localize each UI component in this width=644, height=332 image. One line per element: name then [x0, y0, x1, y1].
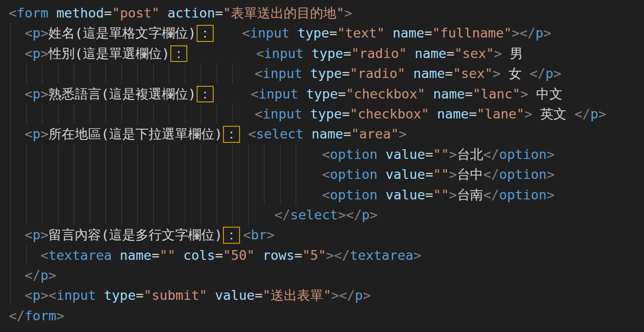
punctuation-token: > [543, 25, 551, 40]
code-line[interactable]: <p>性別(這是單選欄位)：<input type="radio" name="… [9, 43, 644, 63]
code-area[interactable]: <form method="post" action="表單送出的目的地"><p… [0, 3, 644, 326]
code-line[interactable]: <option value="">台中</option> [9, 164, 644, 184]
punctuation-token: < [322, 147, 330, 162]
attribute-name-token: name [312, 126, 343, 141]
tag-name-token: p [33, 25, 40, 40]
equals-token: = [445, 66, 453, 81]
code-line[interactable]: <input type="checkbox" name="lane"> 英文 <… [9, 104, 644, 124]
unicode-highlight-box: ： [197, 25, 214, 41]
attribute-name-token: name [415, 46, 446, 61]
punctuation-token: < [25, 25, 33, 40]
punctuation-token: > [598, 106, 606, 121]
punctuation-token: </ [483, 187, 499, 202]
tag-name-token: p [33, 46, 40, 61]
punctuation-token: > [547, 147, 555, 162]
punctuation-token: > [399, 126, 406, 141]
punctuation-token: < [251, 86, 259, 101]
equals-token: = [338, 86, 346, 101]
text-token: 熟悉語言(這是複選欄位) [48, 86, 196, 101]
equals-token: = [469, 106, 477, 121]
code-line-content: <textarea name="" cols="50" rows="5"></t… [9, 245, 644, 265]
text-token [207, 288, 215, 303]
string-token: "" [433, 147, 449, 162]
punctuation-token: </ [25, 268, 41, 283]
text-token: 留言內容(這是多行文字欄位) [48, 227, 222, 242]
attribute-name-token: rows [262, 248, 294, 263]
tag-name-token: input [57, 288, 96, 303]
code-line-content: <option value="">台南</option> [9, 185, 644, 205]
punctuation-token: < [25, 227, 33, 242]
attribute-name-token: name [413, 66, 445, 81]
tag-name-token: p [33, 288, 40, 303]
tag-name-token: option [330, 147, 378, 162]
punctuation-token: < [322, 167, 330, 182]
string-token: "checkbox" [350, 106, 429, 121]
punctuation-token: > [363, 288, 371, 303]
equals-token: = [425, 167, 433, 182]
equals-token: = [294, 248, 302, 263]
text-token [160, 5, 167, 20]
equals-token: = [215, 5, 223, 20]
string-token: "fullname" [432, 25, 512, 40]
attribute-name-token: name [120, 248, 152, 263]
text-token: 中文 [528, 86, 563, 101]
equals-token: = [342, 66, 350, 81]
tag-name-token: select [290, 207, 338, 222]
unicode-highlight-box: ： [197, 86, 214, 102]
text-token [175, 248, 183, 263]
code-line[interactable]: <option value="">台南</option> [9, 185, 644, 205]
punctuation-token: > [553, 66, 561, 81]
code-line[interactable]: <form method="post" action="表單送出的目的地"> [9, 3, 644, 23]
code-line[interactable]: <p>姓名(這是單格文字欄位)：<input type="text" name=… [9, 23, 644, 43]
punctuation-token: > [524, 106, 532, 121]
tag-name-token: form [17, 5, 48, 20]
attribute-name-token: type [104, 288, 136, 303]
text-token [385, 25, 393, 40]
string-token: "submit" [143, 288, 207, 303]
string-token: "area" [351, 126, 399, 141]
code-line[interactable]: <p><input type="submit" value="送出表單"></p… [9, 285, 644, 305]
punctuation-token: > [512, 25, 520, 40]
equals-token: = [425, 187, 433, 202]
equals-token: = [424, 25, 432, 40]
string-token: "post" [112, 5, 160, 20]
code-line[interactable]: </p> [9, 265, 644, 285]
code-line[interactable]: <textarea name="" cols="50" rows="5"></t… [9, 245, 644, 265]
punctuation-token: > [344, 5, 352, 20]
text-token [378, 147, 385, 162]
string-token: "" [160, 248, 176, 263]
punctuation-token: > [326, 248, 334, 263]
punctuation-token: </ [483, 167, 499, 182]
punctuation-token: < [256, 46, 264, 61]
code-line-content: <p>熟悉語言(這是複選欄位)：<input type="checkbox" n… [9, 84, 644, 104]
unicode-highlight-box: ： [170, 45, 187, 62]
punctuation-token: < [255, 66, 262, 81]
tag-name-token: textarea [350, 248, 413, 263]
code-line-content: </form> [9, 306, 644, 326]
code-line[interactable]: <option value="">台北</option> [9, 144, 644, 164]
tag-name-token: p [33, 227, 40, 242]
code-line[interactable]: <input type="radio" name="sex"> 女 </p> [9, 63, 644, 83]
attribute-name-token: action [167, 5, 215, 20]
code-line[interactable]: </select></p> [9, 205, 644, 225]
tag-name-token: option [330, 187, 378, 202]
string-token: "" [433, 187, 449, 202]
punctuation-token: < [25, 126, 33, 141]
code-line[interactable]: <p>所在地區(這是下拉選單欄位)：<select name="area"> [9, 124, 644, 144]
punctuation-token: </ [574, 106, 590, 121]
equals-token: = [152, 248, 160, 263]
code-line[interactable]: <p>熟悉語言(這是複選欄位)：<input type="checkbox" n… [9, 84, 644, 104]
punctuation-token: > [521, 86, 528, 101]
attribute-name-token: name [433, 86, 465, 101]
code-line[interactable]: <p>留言內容(這是多行文字欄位)：<br> [9, 225, 644, 245]
text-token: 所在地區(這是下拉選單欄位) [48, 126, 222, 141]
punctuation-token: > [40, 25, 48, 40]
text-token: 台中 [457, 167, 483, 182]
code-line[interactable]: </form> [9, 306, 644, 326]
string-token: "lane" [477, 106, 524, 121]
text-token [378, 187, 385, 202]
string-token: "5" [302, 248, 326, 263]
tag-name-token: p [33, 86, 40, 101]
punctuation-token: </ [529, 66, 545, 81]
string-token: "radio" [351, 46, 407, 61]
